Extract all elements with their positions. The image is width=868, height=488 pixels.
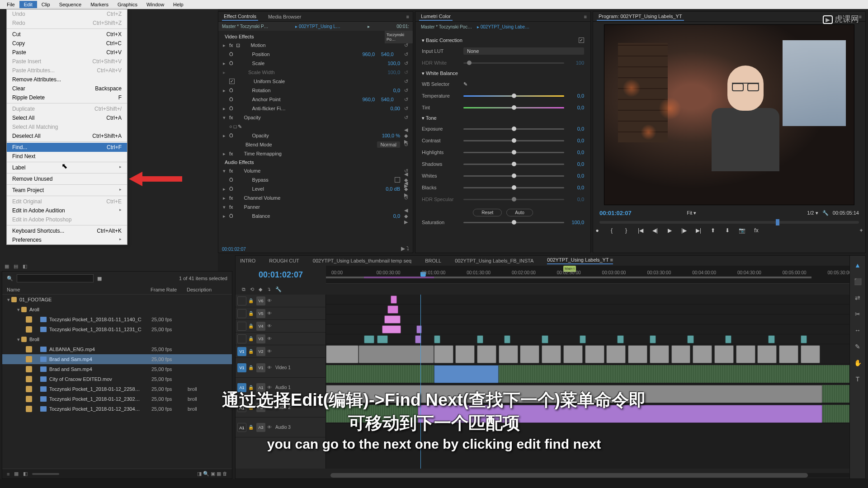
- timeline-clip[interactable]: [434, 365, 499, 383]
- panel-menu-icon[interactable]: ≡: [859, 14, 862, 19]
- menu-item-cut[interactable]: CutCtrl+X: [7, 30, 127, 39]
- project-panel[interactable]: 🔍 ▦ 1 of 41 items selected Name Frame Ra…: [2, 271, 232, 479]
- lumetri-white-balance[interactable]: White Balance: [426, 70, 458, 76]
- timeline-clip[interactable]: [768, 335, 774, 343]
- pen-tool-icon[interactable]: ✎: [853, 342, 863, 352]
- ec-volume[interactable]: Volume: [236, 168, 400, 174]
- fit-select[interactable]: Fit ▾: [687, 210, 696, 216]
- timeline-clip[interactable]: [801, 335, 807, 343]
- play-icon[interactable]: ▶: [665, 226, 674, 235]
- ec-opacity-section[interactable]: Opacity: [236, 115, 400, 120]
- tint-slider[interactable]: [463, 107, 564, 108]
- menu-help[interactable]: Help: [169, 1, 188, 8]
- project-clip[interactable]: Toczynski Pocket_1_2018-01-11_1140_C25,0…: [2, 314, 232, 324]
- video-track[interactable]: [326, 295, 865, 305]
- lumetri-basic-correction[interactable]: Basic Correction: [426, 38, 462, 43]
- timeline-clip[interactable]: [359, 345, 434, 363]
- track-header[interactable]: V1🔒V1👁Video 1: [236, 358, 326, 378]
- timeline-clip[interactable]: [650, 345, 669, 363]
- timeline-clip[interactable]: [725, 335, 731, 343]
- menu-item-keyboard-shortcuts-[interactable]: Keyboard Shortcuts...Ctrl+Alt+K: [7, 226, 127, 235]
- tab-program[interactable]: Program: 002YTPT_Using Labels_YT: [597, 13, 684, 21]
- panel-menu-icon[interactable]: ≡: [406, 14, 409, 19]
- timeline-clip[interactable]: [757, 345, 777, 363]
- menu-window[interactable]: Window: [142, 1, 169, 8]
- exposure-slider[interactable]: [463, 128, 564, 130]
- menu-item-remove-unused[interactable]: Remove Unused: [7, 174, 127, 183]
- program-monitor-panel[interactable]: Program: 002YTPT_Using Labels_YT ≡ 00:01…: [593, 11, 866, 253]
- ec-rotation[interactable]: Rotation: [236, 88, 378, 93]
- video-track[interactable]: [326, 324, 865, 334]
- timeline-clip[interactable]: [542, 345, 561, 363]
- input-lut-select[interactable]: None: [463, 47, 584, 55]
- step-forward-icon[interactable]: |▶: [680, 226, 688, 235]
- track-header[interactable]: 🔒V6👁: [236, 295, 326, 307]
- tab-lumetri[interactable]: Lumetri Color: [419, 13, 453, 21]
- add-marker-icon[interactable]: ●: [593, 226, 601, 235]
- track-select-tool-icon[interactable]: ⬛: [853, 277, 863, 286]
- effect-controls-panel[interactable]: Effect Controls Media Browser ≡ Master *…: [218, 11, 413, 253]
- selection-tool-icon[interactable]: ▲: [853, 260, 863, 270]
- track-header[interactable]: 🔒V3👁: [236, 333, 326, 345]
- project-search-input[interactable]: [17, 274, 94, 282]
- timeline-clip[interactable]: [693, 345, 712, 363]
- marker-tool-icon[interactable]: ◆: [259, 286, 262, 292]
- ec-channel-volume[interactable]: Channel Volume: [236, 195, 400, 201]
- step-back-icon[interactable]: ◀|: [651, 226, 659, 235]
- lumetri-panel[interactable]: Lumetri Color ≡ Master * Toczynski Poc… …: [415, 11, 591, 253]
- audio-track[interactable]: [326, 364, 865, 384]
- saturation-slider[interactable]: [463, 222, 564, 223]
- menu-item-edit-in-adobe-audition[interactable]: Edit in Adobe Audition▸: [7, 206, 127, 215]
- go-to-out-icon[interactable]: ▶|: [694, 226, 703, 235]
- project-clip[interactable]: Toczynski Pocket_1_2018-01-12_2304…25,00…: [2, 404, 232, 414]
- menu-item-preferences[interactable]: Preferences▸: [7, 235, 127, 244]
- sequence-tab[interactable]: 002YTPT_Using Labels_thumbnail temp seq: [313, 258, 411, 263]
- menu-file[interactable]: File: [2, 1, 19, 8]
- whites-slider[interactable]: [463, 175, 564, 177]
- timeline-clip[interactable]: [542, 335, 548, 343]
- col-description[interactable]: Description: [187, 287, 227, 292]
- add-button-icon[interactable]: +: [857, 226, 865, 235]
- ec-motion[interactable]: Motion: [243, 42, 400, 48]
- project-clip[interactable]: ALBANIA_ENG.mp425,00 fps: [2, 344, 232, 354]
- menu-item-select-all[interactable]: Select AllCtrl+A: [7, 113, 127, 122]
- timeline-clip[interactable]: [714, 345, 734, 363]
- timeline-clip[interactable]: [606, 345, 626, 363]
- col-name[interactable]: Name: [7, 287, 151, 292]
- insert-icon[interactable]: ↴: [267, 286, 271, 292]
- timeline-clip[interactable]: [687, 335, 693, 343]
- tools-panel[interactable]: ▲ ⬛ ⇄ ✂ ↔ ✎ ✋ T: [849, 255, 866, 479]
- timeline-timecode[interactable]: 00:01:02:07: [236, 266, 326, 284]
- fx-icon[interactable]: fx: [752, 226, 760, 235]
- ec-antiflicker[interactable]: Anti-flicker Fi…: [236, 106, 378, 111]
- menu-item-find-[interactable]: Find...Ctrl+F: [7, 143, 127, 152]
- uniform-scale-checkbox[interactable]: [229, 79, 235, 84]
- go-to-in-icon[interactable]: |◀: [637, 226, 645, 235]
- timeline-clip[interactable]: [617, 335, 623, 343]
- bypass-checkbox[interactable]: [395, 177, 400, 183]
- freeform-view-icon[interactable]: ◧: [23, 471, 28, 477]
- project-folder[interactable]: ▾01_FOOTAGE: [2, 295, 232, 305]
- ripple-edit-tool-icon[interactable]: ⇄: [853, 293, 863, 303]
- track-header[interactable]: 🔒V4👁: [236, 320, 326, 333]
- auto-button[interactable]: Auto: [506, 209, 533, 216]
- timeline-clip[interactable]: [779, 345, 798, 363]
- timeline-clip[interactable]: [628, 345, 647, 363]
- ec-level[interactable]: Level: [236, 186, 378, 192]
- menu-markers[interactable]: Markers: [86, 1, 113, 8]
- icon-view-icon[interactable]: ▦: [14, 471, 19, 477]
- sequence-tab[interactable]: 002YTPT_Using Labels_FB_INSTA: [455, 258, 533, 263]
- zoom-select[interactable]: 1/2: [807, 210, 814, 216]
- slip-tool-icon[interactable]: ↔: [853, 325, 863, 335]
- project-folder[interactable]: ▾Broll: [2, 334, 232, 344]
- menu-bar[interactable]: FileEditClipSequenceMarkersGraphicsWindo…: [0, 0, 868, 9]
- ec-panner[interactable]: Panner: [236, 204, 409, 210]
- blend-mode-select[interactable]: Normal: [377, 141, 400, 148]
- timeline-clip[interactable]: [384, 315, 401, 324]
- timeline-clip[interactable]: [801, 345, 820, 363]
- project-clip[interactable]: City of Cracow EDITED.mov25,00 fps: [2, 374, 232, 384]
- razor-tool-icon[interactable]: ✂: [853, 309, 863, 319]
- menu-item-remove-attributes-[interactable]: Remove Attributes...: [7, 75, 127, 84]
- menu-item-paste[interactable]: PasteCtrl+V: [7, 48, 127, 57]
- highlights-slider[interactable]: [463, 152, 564, 153]
